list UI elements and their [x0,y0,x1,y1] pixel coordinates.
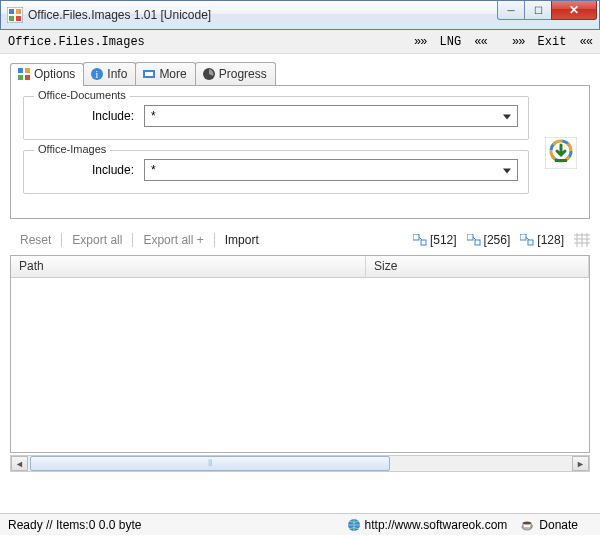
svg-rect-23 [520,234,526,240]
svg-point-35 [523,521,531,524]
svg-rect-9 [25,75,30,80]
tab-more[interactable]: More [135,62,195,85]
lng-link[interactable]: LNG [440,35,462,49]
file-list: Path Size [10,255,590,453]
tab-progress-label: Progress [219,67,267,81]
export-all-action[interactable]: Export all [62,233,133,247]
export-all-plus-action[interactable]: Export all + [133,233,214,247]
tab-options-label: Options [34,67,75,81]
donate-link[interactable]: Donate [521,518,578,532]
client-area: Options i Info More Progress Office-Docu… [0,54,600,472]
reset-action[interactable]: Reset [10,233,62,247]
svg-rect-8 [18,75,23,80]
size-128-button[interactable]: [128] [520,233,564,247]
options-icon [17,67,31,81]
resize-icon [467,234,481,246]
tab-panel-options: Office-Documents Include: * Office-Image… [10,86,590,219]
size-512-button[interactable]: [512] [413,233,457,247]
app-name-label: Office.Files.Images [8,35,408,49]
menu-bar: Office.Files.Images »» LNG «« »» Exit «« [0,30,600,54]
status-text: Ready // Items:0 0.0 byte [8,518,347,532]
list-header: Path Size [11,256,589,278]
import-action[interactable]: Import [215,233,269,247]
resize-icon [413,234,427,246]
group-office-images: Office-Images Include: * [23,150,529,194]
svg-rect-1 [9,9,14,14]
chevron-down-icon [503,169,511,174]
scroll-track[interactable] [28,456,572,471]
svg-rect-18 [555,159,567,162]
group-office-documents: Office-Documents Include: * [23,96,529,140]
status-bar: Ready // Items:0 0.0 byte http://www.sof… [0,513,600,535]
info-icon: i [90,67,104,81]
legend-images: Office-Images [34,143,110,155]
svg-rect-24 [528,240,533,245]
col-size[interactable]: Size [366,256,589,277]
include-images-combo[interactable]: * [144,159,518,181]
grid-view-icon[interactable] [574,233,590,247]
globe-icon [347,518,361,532]
title-bar: Office.Files.Images 1.01 [Unicode] ─ ☐ ✕ [0,0,600,30]
svg-rect-19 [413,234,419,240]
chevron-down-icon [503,115,511,120]
horizontal-scrollbar[interactable]: ◄ ► [10,455,590,472]
app-icon [7,7,23,23]
svg-rect-20 [421,240,426,245]
download-icon[interactable] [545,137,577,169]
svg-rect-6 [18,68,23,73]
include-label-images: Include: [34,163,134,177]
svg-rect-13 [145,72,153,76]
include-docs-combo[interactable]: * [144,105,518,127]
maximize-button[interactable]: ☐ [524,1,552,20]
tab-info[interactable]: i Info [83,62,136,85]
website-link[interactable]: http://www.softwareok.com [347,518,508,532]
list-body [11,278,589,438]
window-title: Office.Files.Images 1.01 [Unicode] [28,8,497,22]
resize-icon [520,234,534,246]
svg-rect-4 [16,16,21,21]
scroll-right-button[interactable]: ► [572,456,589,471]
progress-icon [202,67,216,81]
scroll-thumb[interactable] [30,456,390,471]
svg-rect-7 [25,68,30,73]
action-bar: Reset Export all Export all + Import [51… [10,231,590,255]
svg-text:i: i [96,69,99,80]
window-buttons: ─ ☐ ✕ [497,1,597,21]
minimize-button[interactable]: ─ [497,1,525,20]
size-256-button[interactable]: [256] [467,233,511,247]
svg-rect-21 [467,234,473,240]
include-docs-value: * [151,109,156,123]
include-label-docs: Include: [34,109,134,123]
legend-docs: Office-Documents [34,89,130,101]
col-path[interactable]: Path [11,256,366,277]
coffee-icon [521,518,535,532]
svg-rect-3 [9,16,14,21]
svg-rect-2 [16,9,21,14]
exit-link[interactable]: Exit [538,35,567,49]
scroll-left-button[interactable]: ◄ [11,456,28,471]
include-images-value: * [151,163,156,177]
header-links: »» LNG «« »» Exit «« [408,35,592,49]
tab-progress[interactable]: Progress [195,62,276,85]
tab-more-label: More [159,67,186,81]
more-icon [142,67,156,81]
tab-info-label: Info [107,67,127,81]
close-button[interactable]: ✕ [551,1,597,20]
tab-options[interactable]: Options [10,63,84,86]
tab-strip: Options i Info More Progress [10,62,590,86]
svg-rect-22 [475,240,480,245]
